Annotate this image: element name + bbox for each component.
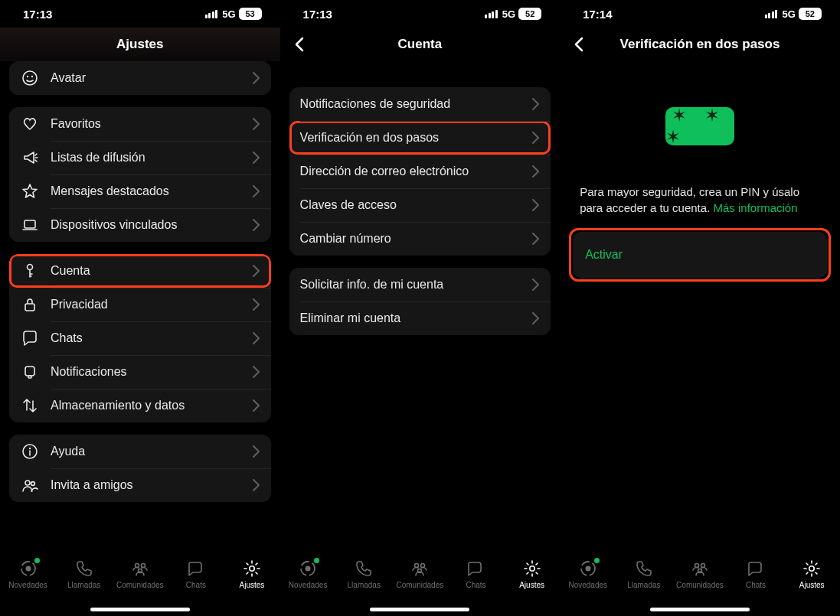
status-icon: [577, 559, 599, 578]
row-label: Dirección de correo electrónico: [300, 165, 533, 178]
tab-label: Llamadas: [348, 581, 381, 589]
chevron-right-icon: [253, 265, 260, 277]
battery-icon: 53: [239, 8, 262, 20]
network-label: 5G: [222, 8, 235, 20]
tab-ajustes[interactable]: Ajustes: [505, 559, 559, 589]
row-invita[interactable]: Invita a amigos: [9, 468, 271, 502]
tab-comunidades[interactable]: Comunidades: [393, 559, 446, 589]
tab-bar: Novedades Llamadas Comunidades Chats Aju…: [280, 553, 561, 616]
row-notif-seguridad[interactable]: Notificaciones de seguridad: [289, 87, 551, 121]
bell-icon: [20, 362, 40, 382]
row-listas-difusion[interactable]: Listas de difusión: [9, 141, 271, 174]
row-eliminar-cuenta[interactable]: Eliminar mi cuenta: [289, 301, 551, 335]
row-favoritos[interactable]: Favoritos: [9, 107, 271, 141]
gear-icon: [521, 559, 543, 578]
row-avatar[interactable]: Avatar: [9, 61, 271, 95]
group-account-actions: Solicitar info. de mi cuenta Eliminar mi…: [289, 268, 551, 335]
tab-novedades[interactable]: Novedades: [2, 559, 55, 589]
tab-novedades[interactable]: Novedades: [561, 559, 615, 589]
tab-comunidades[interactable]: Comunidades: [673, 559, 727, 589]
header: Ajustes: [0, 28, 280, 61]
chevron-right-icon: [532, 233, 540, 245]
back-button[interactable]: [288, 33, 311, 56]
community-icon: [129, 559, 151, 578]
row-mensajes-destacados[interactable]: Mensajes destacados: [9, 174, 271, 208]
row-verificacion-dos-pasos[interactable]: Verificación en dos pasos: [289, 121, 551, 155]
row-label: Chats: [51, 331, 253, 345]
group-help: Ayuda Invita a amigos: [9, 435, 271, 502]
row-label: Avatar: [51, 71, 253, 85]
phone-icon: [633, 559, 655, 578]
row-label: Notificaciones: [51, 365, 253, 379]
row-cambiar-numero[interactable]: Cambiar número: [289, 222, 551, 256]
chevron-right-icon: [532, 199, 540, 211]
avatar-icon: [20, 68, 40, 88]
two-step-description: Para mayor seguridad, crea un PIN y úsal…: [560, 145, 840, 228]
screen-ajustes: 17:13 5G 53 Ajustes Avatar Favoritos Lis…: [0, 0, 280, 616]
tab-ajustes[interactable]: Ajustes: [225, 559, 279, 589]
activate-button[interactable]: Activar: [573, 232, 827, 278]
gear-icon: [801, 559, 822, 578]
chevron-right-icon: [532, 132, 540, 144]
more-info-link[interactable]: Más información: [713, 201, 797, 214]
tab-bar: Novedades Llamadas Comunidades Chats Aju…: [560, 553, 840, 616]
tab-label: Comunidades: [116, 581, 164, 589]
status-bar: 17:14 5G 52: [560, 0, 840, 28]
tab-chats[interactable]: Chats: [729, 559, 783, 589]
tab-chats[interactable]: Chats: [169, 559, 223, 589]
group-account: Cuenta Privacidad Chats Notificaciones A…: [9, 254, 271, 422]
page-title: Verificación en dos pasos: [620, 37, 780, 52]
row-claves[interactable]: Claves de acceso: [289, 188, 551, 222]
row-label: Claves de acceso: [300, 198, 533, 212]
activate-highlight: Activar: [569, 228, 831, 282]
activate-label: Activar: [585, 248, 623, 262]
phone-icon: [353, 559, 374, 578]
chats-icon: [465, 559, 486, 578]
row-chats[interactable]: Chats: [9, 321, 271, 355]
status-bar: 17:13 5G 53: [0, 0, 280, 28]
row-solicitar-info[interactable]: Solicitar info. de mi cuenta: [289, 268, 551, 301]
row-notificaciones[interactable]: Notificaciones: [9, 355, 271, 389]
row-almacenamiento[interactable]: Almacenamiento y datos: [9, 389, 271, 422]
tab-ajustes[interactable]: Ajustes: [785, 559, 838, 589]
community-icon: [409, 559, 430, 578]
home-indicator: [370, 608, 469, 611]
tab-chats[interactable]: Chats: [449, 559, 502, 589]
tab-llamadas[interactable]: Llamadas: [337, 559, 391, 589]
tab-label: Comunidades: [397, 581, 444, 589]
row-label: Notificaciones de seguridad: [300, 97, 533, 111]
chevron-right-icon: [253, 479, 260, 491]
row-correo[interactable]: Dirección de correo electrónico: [289, 155, 551, 188]
chevron-right-icon: [253, 366, 260, 378]
row-label: Cuenta: [51, 264, 253, 278]
status-bar: 17:13 5G 52: [280, 0, 561, 28]
back-button[interactable]: [567, 33, 590, 56]
row-label: Solicitar info. de mi cuenta: [300, 278, 533, 292]
tab-label: Llamadas: [627, 581, 660, 589]
badge-dot: [594, 558, 600, 563]
tab-novedades[interactable]: Novedades: [281, 559, 335, 589]
page-title: Ajustes: [116, 37, 163, 52]
tab-label: Ajustes: [799, 581, 825, 589]
row-label: Eliminar mi cuenta: [300, 311, 533, 325]
row-label: Ayuda: [51, 445, 253, 458]
group-security: Notificaciones de seguridad Verificación…: [289, 87, 551, 256]
row-dispositivos[interactable]: Dispositivos vinculados: [9, 208, 271, 242]
pin-card-icon: ✶ ✶ ✶: [665, 107, 734, 145]
tab-comunidades[interactable]: Comunidades: [113, 559, 167, 589]
home-indicator: [650, 608, 750, 611]
row-label: Invita a amigos: [51, 478, 253, 492]
tab-llamadas[interactable]: Llamadas: [617, 559, 671, 589]
row-privacidad[interactable]: Privacidad: [9, 288, 271, 321]
chevron-right-icon: [532, 98, 540, 110]
row-ayuda[interactable]: Ayuda: [9, 435, 271, 468]
chevron-right-icon: [253, 332, 260, 344]
tab-label: Comunidades: [676, 581, 724, 589]
tab-llamadas[interactable]: Llamadas: [57, 559, 111, 589]
row-label: Verificación en dos pasos: [300, 131, 533, 145]
row-label: Listas de difusión: [51, 151, 253, 165]
tab-label: Ajustes: [519, 581, 544, 589]
signal-icon: [205, 10, 218, 18]
home-indicator: [90, 608, 190, 611]
row-cuenta[interactable]: Cuenta: [9, 254, 271, 288]
